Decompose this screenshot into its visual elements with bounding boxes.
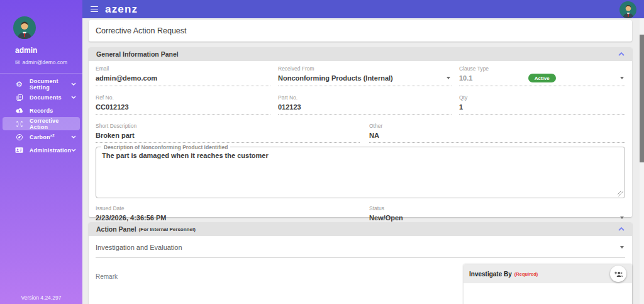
field-value: admin@demo.com — [96, 74, 270, 82]
topbar: azenz — [82, 0, 644, 18]
short-description-field[interactable]: Short Description Broken part — [96, 121, 360, 143]
person-icon — [620, 2, 636, 18]
sidebar-item-carbon[interactable]: Carbonx2 — [0, 130, 82, 144]
sidebar-item-documents[interactable]: Documents — [0, 91, 82, 104]
user-name: admin — [15, 46, 82, 55]
sidebar: admin ✉ admin@demo.com ⚙ Document Settin… — [0, 0, 82, 304]
field-value: 1 — [459, 103, 625, 111]
field-value: NA — [369, 131, 625, 139]
field-label: Issued Date — [96, 205, 360, 211]
field-value: 012123 — [278, 103, 452, 111]
field-label: Status — [369, 205, 625, 211]
sidebar-profile: admin ✉ admin@demo.com — [0, 0, 82, 65]
main-content: Corrective Action Request General Inform… — [82, 18, 640, 304]
qty-field[interactable]: Qty 1 — [459, 93, 625, 115]
sidebar-item-label: Administration — [30, 147, 71, 154]
dropdown-arrow-icon — [620, 217, 624, 219]
action-panel-subtitle: (For Internal Personnel) — [139, 227, 196, 232]
field-value: CC012123 — [96, 103, 270, 111]
action-panel-header[interactable]: Action Panel (For Internal Personnel) — [89, 222, 632, 236]
sidebar-item-document-setting[interactable]: ⚙ Document Setting — [0, 77, 82, 91]
field-label: Short Description — [96, 123, 360, 129]
sidebar-item-label: Records — [30, 108, 76, 114]
part-no-field[interactable]: Part No. 012123 — [278, 93, 452, 115]
general-information-panel: General Information Panel Email admin@de… — [89, 47, 632, 217]
add-person-icon — [614, 269, 623, 279]
general-panel-body: Email admin@demo.com Received From Nonco… — [89, 61, 632, 225]
sidebar-item-administration[interactable]: Administration — [0, 144, 82, 157]
cloud-upload-icon — [14, 107, 25, 114]
status-badge: Active — [528, 74, 556, 82]
profile-avatar-button[interactable] — [619, 1, 636, 18]
add-person-button[interactable] — [610, 266, 626, 282]
field-label: Qty — [459, 94, 625, 101]
chevron-up-icon — [618, 227, 625, 231]
carbon-superscript: x2 — [50, 133, 55, 137]
user-email-row: ✉ admin@demo.com — [15, 59, 82, 65]
chevron-down-icon — [71, 135, 76, 138]
sidebar-item-corrective-action[interactable]: Corrective Action — [3, 117, 80, 130]
field-label: Part No. — [278, 94, 452, 101]
field-label: Other — [369, 123, 625, 129]
email-field[interactable]: Email admin@demo.com — [96, 64, 270, 86]
investigate-by-panel: Investigate By (Required) — [464, 264, 632, 304]
user-email: admin@demo.com — [23, 59, 67, 65]
investigate-by-header: Investigate By (Required) — [464, 264, 632, 283]
dropdown-arrow-icon — [620, 246, 624, 249]
field-label: Ref No. — [96, 94, 270, 101]
field-value: 2/23/2026, 4:36:56 PM — [96, 213, 360, 222]
collapse-button[interactable] — [618, 52, 625, 56]
app-logo: azenz — [105, 3, 138, 16]
corrective-action-icon — [14, 120, 25, 128]
action-panel: Action Panel (For Internal Personnel) In… — [89, 222, 632, 304]
user-avatar — [13, 16, 36, 39]
sidebar-item-label: Document Setting — [30, 78, 71, 91]
person-icon — [14, 18, 35, 39]
sidebar-item-label: Documents — [30, 94, 71, 101]
action-panel-title: Action Panel — [96, 225, 136, 233]
documents-icon — [14, 94, 25, 101]
ref-no-field[interactable]: Ref No. CC012123 — [96, 93, 270, 115]
field-value: 10.1 Active — [459, 74, 625, 82]
description-textarea[interactable]: Description of Nonconforming Product Ide… — [96, 147, 625, 198]
chevron-down-icon — [71, 149, 76, 152]
hamburger-menu-icon[interactable] — [91, 6, 98, 13]
id-card-icon — [14, 147, 25, 154]
sidebar-divider — [0, 73, 82, 74]
sidebar-item-label: Carbonx2 — [30, 133, 71, 140]
sidebar-item-label: Corrective Action — [30, 118, 74, 130]
field-label: Email — [96, 65, 270, 72]
other-field[interactable]: Other NA — [369, 121, 625, 143]
email-icon: ✉ — [15, 60, 20, 65]
collapse-button[interactable] — [618, 227, 625, 231]
chevron-down-icon — [71, 82, 76, 86]
scrollbar-track — [640, 18, 644, 304]
general-panel-title: General Information Panel — [96, 50, 179, 58]
general-panel-header[interactable]: General Information Panel — [89, 47, 632, 61]
page-title: Corrective Action Request — [96, 26, 187, 35]
received-from-select[interactable]: Received From Nonconforming Products (In… — [278, 64, 452, 86]
required-note: (Required) — [514, 271, 538, 277]
sidebar-item-records[interactable]: Records — [0, 104, 82, 117]
resize-handle[interactable] — [618, 191, 623, 196]
scrollbar-thumb[interactable] — [640, 35, 644, 162]
gears-icon: ⚙ — [14, 81, 25, 88]
page-title-card: Corrective Action Request — [89, 20, 632, 42]
carbon-icon — [14, 133, 25, 141]
chevron-up-icon — [618, 52, 625, 56]
dropdown-arrow-icon — [447, 77, 450, 79]
dropdown-arrow-icon — [620, 77, 624, 79]
field-label: Clause Type — [459, 65, 625, 72]
textarea-value: The part is damaged when it reaches the … — [102, 152, 269, 159]
app-version: Version 4.24.297 — [0, 295, 82, 301]
field-value: New/Open — [369, 213, 625, 222]
field-value: Nonconforming Products (Internal) — [278, 74, 452, 82]
textarea-label: Description of Nonconforming Product Ide… — [101, 144, 230, 150]
chevron-down-icon — [71, 96, 76, 99]
clause-type-select[interactable]: Clause Type 10.1 Active — [459, 64, 625, 86]
field-value: Broken part — [96, 131, 360, 139]
sidebar-nav: ⚙ Document Setting Documents Records — [0, 77, 82, 157]
field-label: Received From — [278, 65, 452, 72]
investigation-section-label: Investigation and Evaluation — [96, 244, 182, 251]
investigation-section-select[interactable]: Investigation and Evaluation — [96, 244, 625, 258]
